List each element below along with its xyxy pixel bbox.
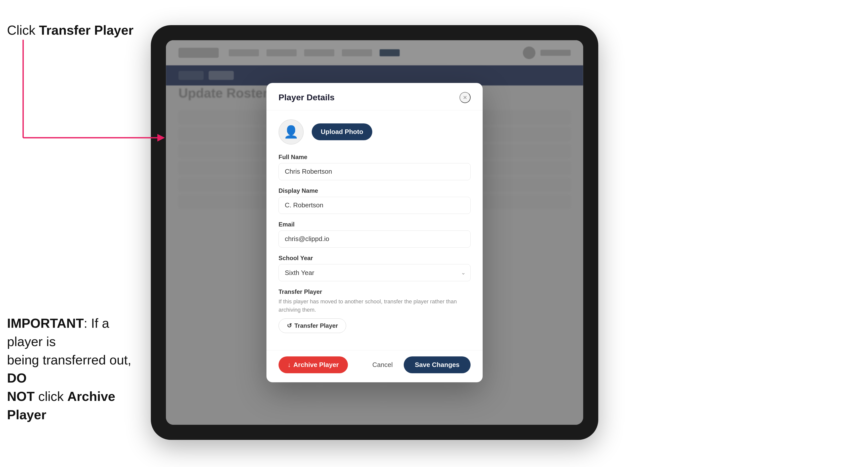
player-details-modal: Player Details × 👤 Upload Photo Full Nam xyxy=(267,83,483,382)
save-changes-button[interactable]: Save Changes xyxy=(404,356,471,373)
archive-icon: ↓ xyxy=(287,361,291,369)
school-year-select[interactable]: Sixth Year First Year Second Year Third … xyxy=(279,264,471,281)
email-field: Email xyxy=(279,221,471,248)
arrow-graphic xyxy=(11,40,167,148)
footer-left: ↓ Archive Player xyxy=(279,356,348,373)
transfer-description: If this player has moved to another scho… xyxy=(279,297,471,314)
display-name-field: Display Name xyxy=(279,187,471,214)
modal-overlay: Player Details × 👤 Upload Photo Full Nam xyxy=(166,40,583,425)
tablet-screen: Update Roster Player Details × xyxy=(166,40,583,425)
full-name-field: Full Name xyxy=(279,154,471,180)
transfer-button-label: Transfer Player xyxy=(294,322,338,329)
display-name-label: Display Name xyxy=(279,187,471,194)
email-input[interactable] xyxy=(279,230,471,248)
display-name-input[interactable] xyxy=(279,197,471,214)
school-year-field: School Year Sixth Year First Year Second… xyxy=(279,255,471,281)
modal-footer: ↓ Archive Player Cancel Save Changes xyxy=(267,350,483,382)
archive-player-button[interactable]: ↓ Archive Player xyxy=(279,356,348,373)
modal-close-button[interactable]: × xyxy=(460,92,471,103)
cancel-button[interactable]: Cancel xyxy=(367,356,398,373)
transfer-section-title: Transfer Player xyxy=(279,288,471,295)
modal-title: Player Details xyxy=(279,93,335,102)
transfer-player-section: Transfer Player If this player has moved… xyxy=(279,288,471,333)
full-name-input[interactable] xyxy=(279,163,471,180)
upload-photo-button[interactable]: Upload Photo xyxy=(312,123,372,140)
modal-header: Player Details × xyxy=(267,83,483,110)
important-label: IMPORTANT xyxy=(7,316,84,331)
instruction-prefix: Click xyxy=(7,23,39,37)
instruction-top: Click Transfer Player xyxy=(7,23,133,38)
archive-button-label: Archive Player xyxy=(293,361,339,369)
school-year-label: School Year xyxy=(279,255,471,262)
tablet-device: Update Roster Player Details × xyxy=(151,25,598,440)
instruction-bold: Transfer Player xyxy=(39,23,133,37)
avatar-person-icon: 👤 xyxy=(284,125,299,139)
full-name-label: Full Name xyxy=(279,154,471,161)
email-label: Email xyxy=(279,221,471,228)
avatar-circle: 👤 xyxy=(279,119,304,145)
avatar-section: 👤 Upload Photo xyxy=(279,119,471,145)
transfer-icon: ↺ xyxy=(287,322,292,329)
school-year-select-wrapper: Sixth Year First Year Second Year Third … xyxy=(279,264,471,281)
instruction-bottom: IMPORTANT: If a player isbeing transferr… xyxy=(7,314,138,424)
modal-body: 👤 Upload Photo Full Name Display Name xyxy=(267,110,483,350)
transfer-player-button[interactable]: ↺ Transfer Player xyxy=(279,318,346,333)
